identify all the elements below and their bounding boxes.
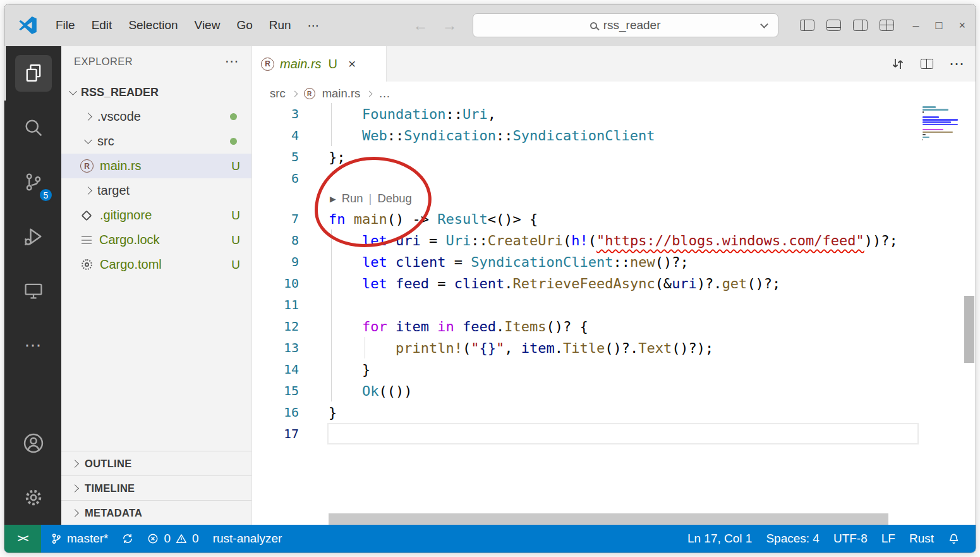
line-number[interactable]: 4: [252, 128, 299, 143]
code-line-text[interactable]: for item in feed.Items()? {: [329, 319, 588, 334]
breadcrumb-file[interactable]: main.rs: [322, 87, 361, 101]
encoding-status[interactable]: UTF-8: [826, 525, 874, 553]
breadcrumb-folder[interactable]: src: [270, 87, 286, 101]
menu-go[interactable]: Go: [228, 15, 260, 37]
minimize-icon[interactable]: –: [913, 19, 919, 32]
line-number[interactable]: 14: [252, 362, 299, 377]
toggle-sidebar-icon[interactable]: [800, 20, 814, 31]
code-line-text[interactable]: fn main() -> Result<()> {: [329, 211, 538, 227]
activity-remote-explorer[interactable]: [4, 264, 61, 318]
window-close-icon[interactable]: ×: [959, 19, 965, 32]
branch-status[interactable]: master*: [44, 525, 115, 553]
language-server-status[interactable]: rust-analyzer: [206, 525, 289, 553]
tree-item-main-rs[interactable]: Rmain.rsU: [61, 154, 251, 178]
notifications[interactable]: [941, 525, 967, 553]
toggle-panel-icon[interactable]: [826, 20, 841, 31]
code-token: RetrieveFeedAsync: [512, 276, 655, 291]
code-line-text[interactable]: Web::Syndication::SyndicationClient: [329, 128, 655, 144]
split-editor-icon[interactable]: [921, 59, 933, 69]
code-line-text[interactable]: let uri = Uri::CreateUri(h!("https://blo…: [329, 233, 898, 248]
tab-main-rs[interactable]: R main.rs U ×: [252, 46, 387, 82]
sync-status[interactable]: [115, 525, 140, 553]
line-number[interactable]: 7: [252, 211, 299, 226]
chevron-collapsed-icon: [71, 460, 79, 468]
code-line-text[interactable]: };: [329, 149, 346, 165]
menu-run[interactable]: Run: [261, 15, 299, 37]
activity-settings[interactable]: [4, 470, 61, 525]
code-line-text[interactable]: let feed = client.RetrieveFeedAsync(&uri…: [329, 276, 780, 291]
menu-file[interactable]: File: [47, 15, 83, 37]
breadcrumb-symbol[interactable]: …: [378, 87, 390, 101]
line-number[interactable]: 15: [252, 383, 299, 398]
language-mode[interactable]: Rust: [902, 525, 941, 553]
forward-icon[interactable]: →: [442, 16, 457, 34]
command-center-search[interactable]: rss_reader: [473, 13, 778, 37]
line-number[interactable]: 11: [252, 297, 299, 312]
line-number[interactable]: 5: [252, 149, 299, 164]
code-area[interactable]: 3 Foundation::Uri,4 Web::Syndication::Sy…: [252, 103, 976, 444]
tab-close-icon[interactable]: ×: [348, 56, 356, 71]
code-line-text[interactable]: let client = SyndicationClient::new()?;: [329, 254, 689, 270]
activity-more[interactable]: ⋯: [4, 318, 61, 372]
minimap[interactable]: [923, 106, 960, 144]
code-line-text[interactable]: println!("{}", item.Title()?.Text()?);: [329, 340, 713, 356]
line-number[interactable]: 9: [252, 254, 299, 269]
back-icon[interactable]: ←: [413, 16, 428, 34]
line-number[interactable]: 12: [252, 319, 299, 334]
menu-more[interactable]: ⋯: [299, 15, 328, 37]
codelens-run-link[interactable]: Run: [342, 192, 363, 205]
menu-edit[interactable]: Edit: [83, 15, 121, 37]
minimap-line: [923, 139, 923, 141]
section-outline[interactable]: OUTLINE: [61, 451, 251, 475]
tree-item-gitignore[interactable]: .gitignoreU: [61, 203, 251, 228]
line-number[interactable]: 6: [252, 171, 299, 186]
section-timeline[interactable]: TIMELINE: [61, 475, 251, 500]
codelens-separator: |: [369, 192, 372, 205]
code-line-text[interactable]: }: [329, 405, 337, 420]
cursor-position[interactable]: Ln 17, Col 1: [681, 525, 759, 553]
menu-selection[interactable]: Selection: [120, 15, 186, 37]
activity-source-control[interactable]: 5: [4, 155, 61, 209]
vertical-scrollbar[interactable]: [964, 296, 974, 363]
toggle-secondary-sidebar-icon[interactable]: [853, 20, 868, 31]
activity-explorer[interactable]: [4, 46, 61, 101]
chevron-down-icon[interactable]: [760, 20, 768, 28]
code-line-text[interactable]: Ok(()): [329, 383, 412, 399]
activity-accounts[interactable]: [4, 416, 61, 470]
tree-item-target[interactable]: target: [61, 178, 251, 203]
line-number[interactable]: 10: [252, 276, 299, 291]
code-token: get: [722, 276, 747, 291]
editor-more-icon[interactable]: ⋯: [949, 55, 964, 73]
tree-item-src[interactable]: src: [61, 129, 251, 154]
code-line-text[interactable]: }: [329, 362, 370, 377]
activity-run-debug[interactable]: [4, 209, 61, 264]
code-token: uri: [396, 233, 421, 248]
tree-root[interactable]: RSS_READER: [61, 80, 251, 104]
remote-indicator[interactable]: ><: [4, 525, 41, 553]
maximize-icon[interactable]: □: [936, 19, 943, 32]
line-number[interactable]: 16: [252, 405, 299, 420]
codelens-debug-link[interactable]: Debug: [377, 192, 412, 205]
tree-item-cargo-toml[interactable]: Cargo.tomlU: [61, 252, 251, 277]
open-changes-icon[interactable]: [891, 57, 905, 71]
line-number[interactable]: 13: [252, 340, 299, 355]
code-line-text[interactable]: Foundation::Uri,: [329, 106, 496, 122]
customize-layout-icon[interactable]: [880, 20, 894, 31]
eol-status[interactable]: LF: [874, 525, 902, 553]
section-metadata[interactable]: METADATA: [61, 500, 251, 525]
horizontal-scrollbar[interactable]: [329, 513, 888, 525]
tree-item-cargo-lock[interactable]: Cargo.lockU: [61, 228, 251, 252]
activity-search[interactable]: [4, 101, 61, 155]
menu-view[interactable]: View: [186, 15, 229, 37]
tree-item-vscode[interactable]: .vscode: [61, 104, 251, 129]
code-token: [329, 340, 396, 356]
line-number[interactable]: 8: [252, 233, 299, 248]
files-icon: [15, 55, 52, 92]
code-token: CreateUri: [488, 233, 563, 248]
line-number[interactable]: 3: [252, 106, 299, 121]
indentation-status[interactable]: Spaces: 4: [759, 525, 826, 553]
problems-status[interactable]: 0 0: [140, 525, 205, 553]
sidebar-more-icon[interactable]: ⋯: [225, 53, 239, 70]
line-number[interactable]: 17: [252, 426, 299, 441]
code-token: =: [445, 254, 471, 270]
